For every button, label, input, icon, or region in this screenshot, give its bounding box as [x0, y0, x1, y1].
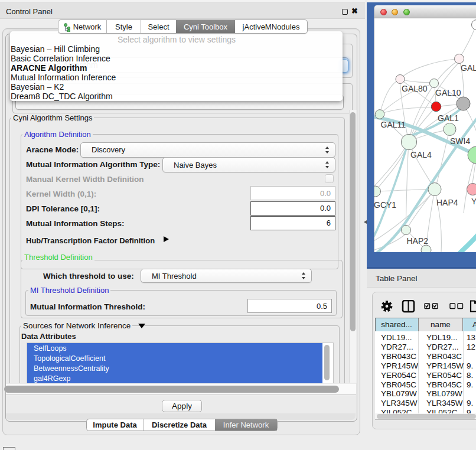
svg-text:GCY1: GCY1	[374, 200, 396, 210]
svg-text:GAL2: GAL2	[461, 63, 476, 73]
svg-text:HAP2: HAP2	[407, 236, 429, 246]
svg-text:HAP4: HAP4	[436, 198, 458, 207]
svg-text:GAL1: GAL1	[438, 113, 459, 123]
svg-text:GAL10: GAL10	[435, 88, 461, 97]
svg-text:GAL4: GAL4	[410, 150, 432, 159]
svg-text:SWI4: SWI4	[450, 136, 470, 146]
svg-text:GAL11: GAL11	[381, 120, 406, 129]
svg-text:GAL80: GAL80	[402, 84, 428, 93]
svg-text:Y: Y	[471, 197, 476, 206]
